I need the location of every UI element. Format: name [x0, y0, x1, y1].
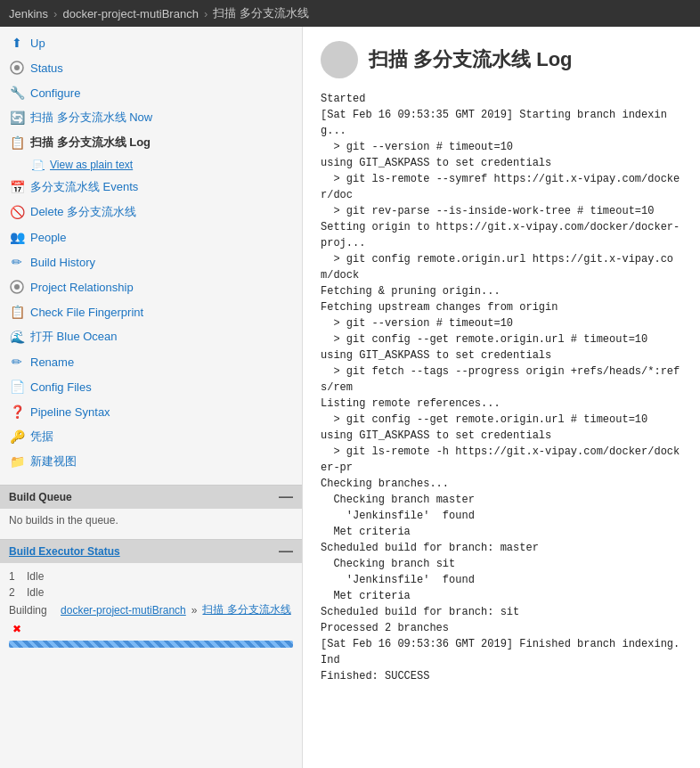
- sidebar-label-people: People: [30, 231, 66, 244]
- sidebar-item-project-relationship[interactable]: Project Relationship: [0, 274, 302, 299]
- sidebar-item-config-files[interactable]: 📄 Config Files: [0, 374, 302, 399]
- sidebar-item-scan-log[interactable]: 📋 扫描 多分支流水线 Log: [0, 130, 302, 155]
- sidebar-label-rename: Rename: [30, 355, 74, 369]
- sidebar-item-fingerprint[interactable]: 📋 Check File Fingerprint: [0, 299, 302, 324]
- sidebar-label-new-view: 新建视图: [30, 453, 77, 470]
- sidebar-item-scan-now[interactable]: 🔄 扫描 多分支流水线 Now: [0, 105, 302, 130]
- page-title-icon: [321, 41, 358, 78]
- breadcrumb-jenkins[interactable]: Jenkins: [9, 7, 48, 20]
- log-content: Started [Sat Feb 16 09:53:35 GMT 2019] S…: [321, 91, 682, 684]
- blue-ocean-icon: 🌊: [9, 329, 25, 345]
- scan-log-icon: 📋: [9, 135, 25, 151]
- executor-header: Build Executor Status —: [0, 540, 302, 563]
- sidebar-nav: ⬆ Up Status 🔧 Configure 🔄 扫描 多分支流水线 Now …: [0, 27, 302, 478]
- sidebar-item-events[interactable]: 📅 多分支流水线 Events: [0, 175, 302, 200]
- executor-label-1: Idle: [27, 570, 44, 583]
- build-queue-header: Build Queue —: [0, 486, 302, 509]
- sidebar-item-status[interactable]: Status: [0, 55, 302, 80]
- build-queue-title: Build Queue: [9, 491, 72, 503]
- build-queue-collapse[interactable]: —: [279, 490, 293, 504]
- svg-point-3: [14, 284, 20, 290]
- credentials-icon: 🔑: [9, 429, 25, 445]
- executor-label-2: Idle: [27, 586, 44, 599]
- sidebar-item-build-history[interactable]: ✏ Build History: [0, 249, 302, 274]
- sidebar-item-new-view[interactable]: 📁 新建视图: [0, 449, 302, 474]
- sidebar-item-blue-ocean[interactable]: 🌊 打开 Blue Ocean: [0, 324, 302, 349]
- sidebar-label-up: Up: [30, 37, 45, 50]
- pipeline-syntax-icon: ❓: [9, 404, 25, 420]
- sidebar-label-events: 多分支流水线 Events: [30, 179, 138, 195]
- rename-icon: ✏: [9, 354, 25, 370]
- people-icon: 👥: [9, 229, 25, 245]
- sidebar-item-rename[interactable]: ✏ Rename: [0, 349, 302, 374]
- sidebar-item-up[interactable]: ⬆ Up: [0, 30, 302, 55]
- sidebar-label-credentials: 凭据: [30, 429, 53, 445]
- breadcrumb-sep-2: ›: [204, 7, 208, 20]
- sidebar-label-build-history: Build History: [30, 256, 95, 269]
- executor-body: 1 Idle 2 Idle Building docker-project-mu…: [0, 563, 302, 653]
- configure-icon: 🔧: [9, 85, 25, 101]
- events-icon: 📅: [9, 179, 25, 195]
- delete-icon: 🚫: [9, 204, 25, 220]
- sidebar-item-delete[interactable]: 🚫 Delete 多分支流水线: [0, 200, 302, 225]
- up-icon: ⬆: [9, 35, 25, 51]
- executor-row-3: Building docker-project-mutiBranch » 扫描 …: [9, 601, 293, 637]
- project-relationship-icon: [9, 279, 25, 295]
- plain-text-icon: 📄: [32, 159, 45, 171]
- breadcrumb-sep-1: ›: [53, 7, 57, 20]
- executor-row-2: 2 Idle: [9, 584, 293, 601]
- executor-title-link[interactable]: Build Executor Status: [9, 545, 120, 558]
- sidebar-label-config-files: Config Files: [30, 380, 92, 394]
- sidebar-item-pipeline-syntax[interactable]: ❓ Pipeline Syntax: [0, 399, 302, 424]
- sidebar-item-plain-text[interactable]: 📄 View as plain text: [0, 155, 302, 175]
- sidebar-label-fingerprint: Check File Fingerprint: [30, 306, 143, 319]
- svg-point-1: [14, 65, 20, 70]
- sidebar-item-credentials[interactable]: 🔑 凭据: [0, 424, 302, 449]
- executor-num-2: 2: [9, 586, 21, 599]
- executor-num-1: 1: [9, 570, 21, 583]
- sidebar-label-scan-log: 扫描 多分支流水线 Log: [30, 135, 151, 151]
- status-icon: [9, 60, 25, 76]
- sidebar-label-project-relationship: Project Relationship: [30, 281, 134, 294]
- breadcrumb-current: 扫描 多分支流水线: [213, 5, 309, 21]
- scan-now-icon: 🔄: [9, 110, 25, 126]
- breadcrumb-project[interactable]: docker-project-mutiBranch: [62, 7, 198, 20]
- sidebar-label-delete: Delete 多分支流水线: [30, 204, 136, 220]
- sidebar-label-status: Status: [30, 61, 63, 75]
- sidebar-item-people[interactable]: 👥 People: [0, 225, 302, 249]
- fingerprint-icon: 📋: [9, 304, 25, 320]
- executor-building-label: Building: [9, 604, 47, 617]
- sidebar-label-scan-now: 扫描 多分支流水线 Now: [30, 110, 152, 126]
- breadcrumb: Jenkins › docker-project-mutiBranch › 扫描…: [0, 0, 700, 27]
- sidebar-label-blue-ocean: 打开 Blue Ocean: [30, 329, 118, 345]
- sidebar-item-configure[interactable]: 🔧 Configure: [0, 80, 302, 105]
- sidebar: ⬆ Up Status 🔧 Configure 🔄 扫描 多分支流水线 Now …: [0, 27, 303, 768]
- executor-progress-bar: [9, 641, 293, 648]
- executor-collapse[interactable]: —: [279, 544, 293, 559]
- config-files-icon: 📄: [9, 379, 25, 395]
- sidebar-label-plain-text: View as plain text: [50, 159, 133, 171]
- build-queue-empty: No builds in the queue.: [9, 514, 118, 527]
- build-queue-section: Build Queue — No builds in the queue.: [0, 485, 302, 532]
- executor-build-link1[interactable]: docker-project-mutiBranch: [61, 604, 186, 617]
- main-content: 扫描 多分支流水线 Log Started [Sat Feb 16 09:53:…: [303, 27, 700, 768]
- sidebar-label-configure: Configure: [30, 86, 80, 100]
- executor-row-1: 1 Idle: [9, 568, 293, 584]
- sidebar-label-pipeline-syntax: Pipeline Syntax: [30, 405, 110, 419]
- build-queue-body: No builds in the queue.: [0, 509, 302, 532]
- executor-section: Build Executor Status — 1 Idle 2 Idle Bu…: [0, 539, 302, 653]
- executor-build-link2[interactable]: 扫描 多分支流水线: [202, 602, 290, 617]
- page-title: 扫描 多分支流水线 Log: [369, 46, 573, 73]
- page-title-container: 扫描 多分支流水线 Log: [321, 41, 682, 78]
- new-view-icon: 📁: [9, 453, 25, 470]
- build-history-icon: ✏: [9, 254, 25, 270]
